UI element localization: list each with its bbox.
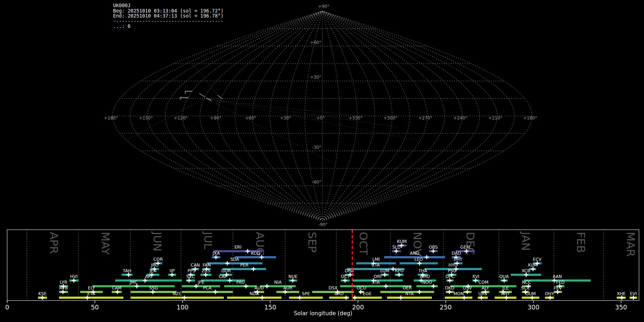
shower-code-label: ARD [335,291,344,296]
shower-peak-marker [251,267,255,271]
shower-code-label: SSG [149,286,158,291]
shower-nda: NDA [227,291,282,300]
shower-peak-marker [417,290,421,294]
longitude-label: +180° [104,116,118,121]
meteor-trail-extensions [126,64,417,163]
shower-code-label: RPU [395,268,403,273]
shower-code-label: SCC [521,286,530,291]
shower-peak-marker [298,296,302,300]
x-axis-tick-label: 0 [5,304,9,311]
shower-iip: IIP [168,268,176,277]
shower-code-label: DKD [445,286,454,291]
meteor-observation-app: { "header": { "station": "UK000J", "beg"… [0,0,644,322]
meteor-trail-line [208,100,333,163]
sky-grid-meridian [322,11,427,221]
longitude-label: +30° [280,116,291,121]
shower-hvi: HVI [69,274,78,283]
shower-activity-bar [207,262,263,264]
shower-code-label: LYR [60,280,67,285]
shower-code-label: CAM [112,286,122,291]
latitude-label: -30° [312,145,321,150]
sky-and-activity-figure: +180°+150°+120°+90°+60°+30°+0°+330°+300°… [0,0,644,322]
month-label: JUN [151,231,164,252]
shower-code-label: JRC [151,263,158,268]
month-label: JAN [519,231,532,251]
latitude-label: +60° [310,40,321,45]
month-label: APR [48,232,60,254]
shower-code-label: ETA [87,291,96,296]
shower-code-label: MON [453,291,464,296]
shower-peak-marker [213,290,218,294]
latitude-label: -90° [318,222,328,227]
shower-code-label: DPC [445,274,454,279]
shower-code-label: CTA [372,263,380,268]
shower-peak-marker [353,296,357,300]
sky-radiant-map: +180°+150°+120°+90°+60°+30°+0°+330°+300°… [104,4,537,227]
shower-code-label: CAN [191,263,200,268]
x-axis-title: Solar longitude (deg) [294,310,352,317]
shower-cam: CAM [112,286,122,294]
meteor-trail-line [207,99,396,127]
shower-zcs: ZCS [200,268,211,277]
shower-jxa: JXA [212,251,220,259]
shower-code-label: SPE [302,291,310,296]
shower-code-label: AAN [553,274,562,279]
shower-code-label: PAU [236,280,245,285]
shower-code-label: NUE [288,274,297,279]
latitude-label: +90° [318,4,329,9]
month-label: FEB [575,232,587,253]
shower-peak-marker [265,284,269,288]
shower-code-label: AND [410,251,419,256]
shower-code-label: HVI [70,274,78,279]
shower-bars: KUMERISLDOBSGEMJXAKCGANDDADCORSDALMILEOE… [38,239,637,300]
shower-peak-marker [344,296,348,300]
longitude-label: +270° [419,116,433,121]
shower-code-label: HYD [449,263,458,268]
shower-code-label: LEO [414,257,423,262]
shower-code-label: PCA [203,286,212,291]
shower-code-label: THA [418,268,428,273]
shower-code-label: PPS [187,268,195,273]
shower-code-label: AMO [420,274,430,279]
shower-code-label: COM [478,280,488,285]
shower-code-label: QUA [499,274,509,279]
shower-tah: TAH [122,268,132,277]
shower-kse: KSE [38,291,47,300]
shower-activity-bar [445,297,472,299]
shower-fev: FEV [554,286,562,294]
month-label: SEP [306,232,319,253]
shower-code-label: ALY [482,286,489,291]
shower-xcb: XCB [511,268,541,277]
shower-szc: SZC [186,274,195,283]
shower-code-label: ORI [374,274,381,279]
shower-code-label: KUM [397,239,407,244]
shower-code-label: DSV [463,286,472,291]
shower-code-label: AVB [59,286,68,291]
shower-avb: AVB [59,286,68,294]
meteor-streaks [180,91,222,101]
sky-grid-meridian [218,11,322,221]
shower-urs: URS [478,291,488,300]
longitude-label: +90° [210,116,221,121]
shower-code-label: JLE [502,286,509,291]
month-label: MAR [624,232,637,257]
shower-code-label: OER [402,286,411,291]
shower-activity-bar [182,285,220,287]
shower-code-label: NZC [173,291,182,296]
shower-code-label: GEM [460,245,470,250]
shower-activity-bar [115,279,182,282]
shower-activity-bar [277,291,299,293]
shower-code-label: KSE [38,291,47,296]
month-label: MAY [99,232,112,255]
x-axis: 050100150200250300350 [5,301,627,311]
shower-peak-marker [225,261,229,265]
shower-code-label: LUM [380,268,389,273]
shower-code-label: AUR [283,286,292,291]
shower-obs: OBS [429,245,438,253]
shower-code-label: NCC [522,280,531,285]
shower-code-label: OBS [429,245,438,250]
shower-activity-bar [235,256,276,258]
shower-code-label: COR [153,257,163,262]
shower-code-label: JPE [197,280,204,285]
shower-ege: EGE [352,291,382,300]
